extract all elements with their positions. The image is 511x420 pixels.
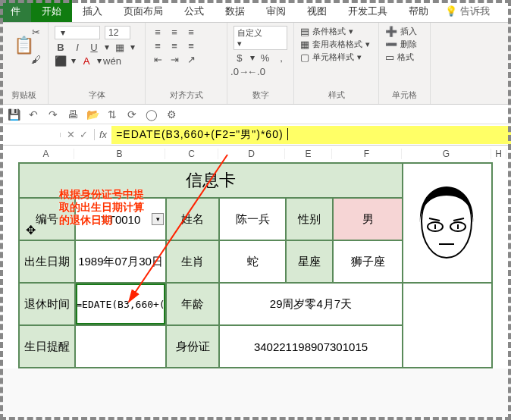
col-G[interactable]: G <box>402 149 491 159</box>
table-format-icon: ▦ <box>300 39 309 50</box>
tab-data[interactable]: 数据 <box>215 0 256 22</box>
tell-me[interactable]: 💡告诉我 <box>445 0 490 22</box>
styles-label: 样式 <box>300 88 372 101</box>
annotation-text: 根据身份证号中提 取的出生日期计算 的退休日期 <box>59 188 144 227</box>
tab-file[interactable]: 件 <box>0 0 31 22</box>
phonetic-icon[interactable]: wén <box>106 55 118 67</box>
dropdown-icon[interactable]: ▾ <box>152 213 164 225</box>
tab-dev[interactable]: 开发工具 <box>337 0 398 22</box>
formula-bar: ✕ ✓ fx =EDATE(B3,660+(F2="男")*60) <box>0 124 511 146</box>
sort-icon[interactable]: ⇅ <box>106 108 118 121</box>
bold-icon[interactable]: B <box>55 41 67 53</box>
circle-icon[interactable]: ◯ <box>146 108 158 121</box>
percent-icon[interactable]: % <box>259 52 271 64</box>
cell-D5[interactable]: 340221198907301015 <box>219 325 403 368</box>
insert-button[interactable]: ➕插入 <box>385 26 424 37</box>
dec-inc-icon[interactable]: .0→ <box>234 65 246 77</box>
align-bot-icon[interactable]: ≡ <box>185 26 197 38</box>
paste-button[interactable]: 📋 <box>6 39 42 52</box>
print-icon[interactable]: 🖶 <box>67 108 79 121</box>
cell-G4[interactable] <box>403 283 492 368</box>
number-format-select[interactable]: 自定义▾ <box>234 26 287 50</box>
group-cells: ➕插入 ➖删除 ▭格式 单元格 <box>379 23 431 104</box>
col-H[interactable]: H <box>491 149 506 159</box>
format-icon: ▭ <box>385 52 394 63</box>
tab-formula[interactable]: 公式 <box>174 0 215 22</box>
tab-review[interactable]: 审阅 <box>256 0 296 22</box>
align-mid-icon[interactable]: ≡ <box>168 26 180 38</box>
group-align: ≡≡≡ ≡≡≡ ⇤⇥↗ 对齐方式 <box>146 23 227 104</box>
underline-icon[interactable]: U <box>88 41 100 53</box>
comma-icon[interactable]: , <box>275 52 287 64</box>
avatar-cell[interactable] <box>403 163 492 283</box>
group-number: 自定义▾ $▾%, .0→←.0 数字 <box>227 23 294 104</box>
col-F[interactable]: F <box>332 149 402 159</box>
cell-D3[interactable]: 蛇 <box>219 240 286 283</box>
cell-D2[interactable]: 陈一兵 <box>219 198 286 240</box>
cell-D4[interactable]: 29周岁零4月7天 <box>219 283 403 325</box>
cell-B3[interactable]: 1989年07月30日 <box>75 240 166 283</box>
currency-icon[interactable]: $ <box>234 52 246 64</box>
open-icon[interactable]: 📂 <box>86 108 99 121</box>
bulb-icon: 💡 <box>445 5 457 17</box>
col-B[interactable]: B <box>74 149 165 159</box>
cond-format-button[interactable]: ▤条件格式▾ <box>300 26 372 37</box>
formula-input[interactable]: =EDATE(B3,660+(F2="男")*60) <box>111 126 511 144</box>
refresh-icon[interactable]: ⟳ <box>126 108 138 121</box>
font-size-select[interactable]: 12 <box>105 26 130 39</box>
orientation-icon[interactable]: ↗ <box>185 53 197 65</box>
tab-insert[interactable]: 插入 <box>72 0 113 22</box>
chevron-down-icon[interactable]: ▾ <box>105 42 109 52</box>
tab-start[interactable]: 开始 <box>31 0 72 22</box>
cell-A3[interactable]: 出生日期 <box>19 240 75 283</box>
border-icon[interactable]: ▦ <box>114 41 126 53</box>
brush-icon[interactable]: 🖌 <box>30 53 42 65</box>
tab-help[interactable]: 帮助 <box>398 0 439 22</box>
cell-C5[interactable]: 身份证 <box>166 325 219 368</box>
format-button[interactable]: ▭格式 <box>385 52 424 63</box>
indent-dec-icon[interactable]: ⇤ <box>152 53 164 65</box>
delete-button[interactable]: ➖删除 <box>385 39 424 50</box>
cell-B5[interactable] <box>75 325 166 368</box>
font-color-icon[interactable]: A <box>80 55 92 67</box>
cell-A4[interactable]: 退休时间 <box>19 283 75 325</box>
enter-icon[interactable]: ✓ <box>80 129 88 140</box>
cell-E3[interactable]: 星座 <box>286 240 333 283</box>
undo-icon[interactable]: ↶ <box>27 108 39 121</box>
col-A[interactable]: A <box>18 149 74 159</box>
cell-B4-active[interactable]: =EDATE(B3,660+( <box>75 283 166 325</box>
ribbon-tabs: 件 开始 插入 页面布局 公式 数据 审阅 视图 开发工具 帮助 💡告诉我 <box>0 0 511 23</box>
tab-view[interactable]: 视图 <box>296 0 337 22</box>
col-D[interactable]: D <box>218 149 285 159</box>
cell-E2[interactable]: 性别 <box>286 198 333 240</box>
cell-F3[interactable]: 狮子座 <box>333 240 403 283</box>
cell-C4[interactable]: 年龄 <box>166 283 219 325</box>
clipboard-label: 剪贴板 <box>6 88 42 101</box>
cell-C2[interactable]: 姓名 <box>166 198 219 240</box>
cell-style-button[interactable]: ▢单元格样式▾ <box>300 52 372 63</box>
col-C[interactable]: C <box>165 149 218 159</box>
save-icon[interactable]: 💾 <box>8 108 20 121</box>
paste-icon: 📋 <box>18 39 30 52</box>
cond-format-icon: ▤ <box>300 26 309 37</box>
font-name-select[interactable]: ▾ <box>55 26 100 39</box>
align-top-icon[interactable]: ≡ <box>152 26 164 38</box>
cancel-icon[interactable]: ✕ <box>67 129 75 140</box>
tab-layout[interactable]: 页面布局 <box>113 0 174 22</box>
name-box[interactable] <box>0 133 61 137</box>
table-format-button[interactable]: ▦套用表格格式▾ <box>300 39 372 50</box>
italic-icon[interactable]: I <box>71 41 83 53</box>
align-center-icon[interactable]: ≡ <box>168 39 180 52</box>
align-left-icon[interactable]: ≡ <box>152 39 164 52</box>
settings-icon[interactable]: ⚙ <box>165 108 177 121</box>
align-right-icon[interactable]: ≡ <box>185 39 197 52</box>
cell-C3[interactable]: 生肖 <box>166 240 219 283</box>
indent-inc-icon[interactable]: ⇥ <box>168 53 180 65</box>
fx-icon[interactable]: fx <box>95 129 111 140</box>
dec-dec-icon[interactable]: ←.0 <box>250 65 262 77</box>
cell-A5[interactable]: 生日提醒 <box>19 325 75 368</box>
redo-icon[interactable]: ↷ <box>47 108 59 121</box>
col-E[interactable]: E <box>285 149 332 159</box>
cell-F2[interactable]: 男 <box>333 198 403 240</box>
fill-color-icon[interactable]: ⬛ <box>55 55 67 67</box>
